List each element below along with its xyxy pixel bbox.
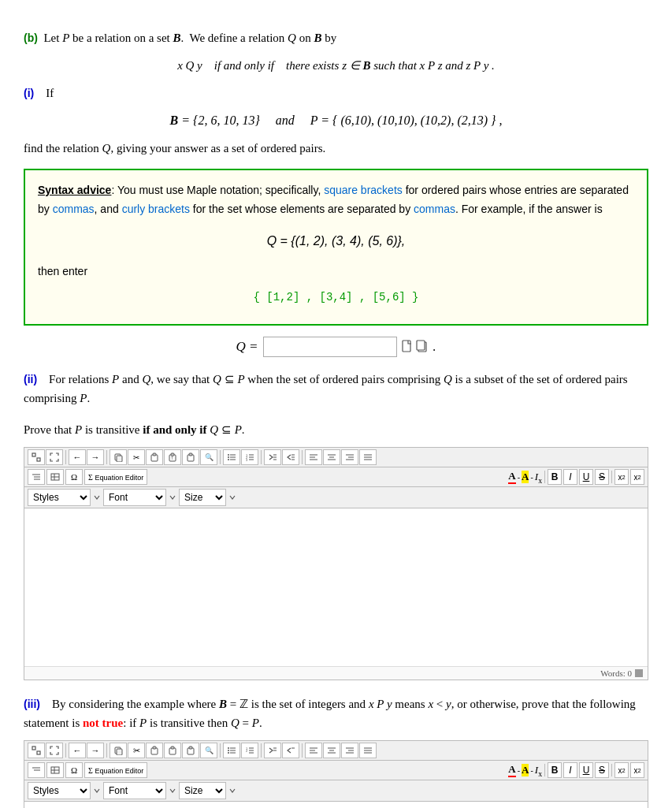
resize-handle-1[interactable] bbox=[635, 669, 643, 677]
indent-add-btn[interactable] bbox=[264, 449, 281, 465]
sep4 bbox=[261, 450, 262, 464]
editor2-search-btn[interactable]: 🔍 bbox=[200, 743, 217, 758]
file-icon bbox=[402, 340, 414, 354]
editor2-subscript-btn[interactable]: x2 bbox=[614, 762, 629, 778]
svg-rect-57 bbox=[171, 747, 174, 749]
align-r-btn[interactable] bbox=[341, 449, 358, 465]
svg-point-65 bbox=[228, 752, 229, 754]
align-j-btn[interactable] bbox=[359, 449, 377, 465]
italic-btn[interactable]: I bbox=[563, 469, 577, 485]
editor2-list2-btn[interactable]: 12 bbox=[241, 743, 258, 758]
fullscreen-btn[interactable] bbox=[46, 449, 63, 465]
svg-text:3: 3 bbox=[246, 458, 248, 461]
paste2-btn[interactable]: T bbox=[164, 449, 181, 465]
editor2-undo-btn[interactable]: ← bbox=[69, 743, 86, 758]
underline-btn[interactable]: U bbox=[579, 469, 593, 485]
svg-rect-4 bbox=[37, 458, 40, 461]
undo-btn[interactable]: ← bbox=[69, 449, 86, 465]
e2-sep4 bbox=[261, 743, 262, 758]
clear-format-btn[interactable]: Ix bbox=[535, 471, 542, 485]
table-btn[interactable] bbox=[46, 469, 64, 485]
editor2-strike-btn[interactable]: S bbox=[595, 762, 609, 778]
editor2-list-style-btn[interactable] bbox=[28, 762, 45, 778]
editor2-indent-add-btn[interactable] bbox=[264, 743, 281, 758]
editor2-styles-dropdown[interactable]: Styles bbox=[28, 782, 91, 799]
list-btn1[interactable] bbox=[223, 449, 240, 465]
expand-btn[interactable] bbox=[28, 449, 45, 465]
font-color-dash: - bbox=[518, 473, 520, 482]
editor2-cut-btn[interactable]: ✂ bbox=[128, 743, 145, 758]
syntax-text-5: . For example, if the answer is bbox=[455, 203, 603, 215]
editor2-equation-btn[interactable]: Σ Equation Editor bbox=[84, 762, 147, 778]
strike-btn[interactable]: S bbox=[595, 469, 609, 485]
align-c-btn[interactable] bbox=[323, 449, 340, 465]
format-buttons-group: A - A - Ix B I U S x2 x2 bbox=[508, 469, 644, 485]
fmt-sep2 bbox=[611, 471, 612, 483]
bold-btn[interactable]: B bbox=[548, 469, 562, 485]
editor-2-toolbar-row2: Ω Σ Equation Editor A - A - Ix B I U S x… bbox=[24, 761, 648, 780]
editor2-underline-btn[interactable]: U bbox=[579, 762, 593, 778]
editor2-clear-format[interactable]: Ix bbox=[535, 764, 542, 778]
editor2-italic-btn[interactable]: I bbox=[563, 762, 577, 778]
find-relation-text: find the relation Q, giving your answer … bbox=[24, 139, 648, 158]
maple-code-example: { [1,2] , [3,4] , [5,6] } bbox=[38, 288, 634, 307]
editor2-font-dropdown[interactable]: Font bbox=[103, 782, 166, 799]
words-count-1: Words: 0 bbox=[600, 668, 632, 678]
editor2-align-c-btn[interactable] bbox=[323, 743, 340, 758]
font-dropdown[interactable]: Font bbox=[103, 489, 166, 506]
paste3-btn[interactable] bbox=[182, 449, 199, 465]
editor2-bold-btn[interactable]: B bbox=[548, 762, 562, 778]
editor2-paste3-btn[interactable] bbox=[182, 743, 199, 758]
e2-fmt-sep2 bbox=[611, 764, 612, 776]
indent-rem-btn[interactable] bbox=[282, 449, 299, 465]
subscript-btn[interactable]: x2 bbox=[614, 469, 629, 485]
b-p-formula: B = {2, 6, 10, 13} and P = { (6,10), (10… bbox=[24, 114, 648, 128]
list-btn2[interactable]: 123 bbox=[241, 449, 258, 465]
editor2-font-color-a: A bbox=[508, 763, 515, 777]
syntax-text-4: for the set whose elements are separated… bbox=[190, 203, 414, 215]
editor2-indent-rem-btn[interactable] bbox=[282, 743, 299, 758]
part-ii-text: (ii) For relations P and Q, we say that … bbox=[24, 370, 648, 408]
editor2-redo-btn[interactable]: → bbox=[87, 743, 104, 758]
equation-editor-btn[interactable]: Σ Equation Editor bbox=[84, 469, 147, 485]
redo-btn[interactable]: → bbox=[87, 449, 104, 465]
editor-1-body[interactable] bbox=[24, 508, 648, 666]
maple-code-value: { [1,2] , [3,4] , [5,6] } bbox=[253, 291, 418, 303]
omega-btn[interactable]: Ω bbox=[65, 469, 83, 485]
editor2-table-btn[interactable] bbox=[46, 762, 64, 778]
svg-text:T: T bbox=[171, 456, 173, 460]
styles-dropdown[interactable]: Styles bbox=[28, 489, 91, 506]
fmt-sep1 bbox=[544, 471, 545, 483]
period-text: . bbox=[433, 340, 436, 354]
editor-2-body[interactable] bbox=[24, 802, 648, 808]
svg-rect-8 bbox=[153, 453, 156, 456]
superscript-btn[interactable]: x2 bbox=[630, 469, 644, 485]
editor2-copy-btn[interactable] bbox=[110, 743, 127, 758]
editor2-fullscreen-btn[interactable] bbox=[46, 743, 63, 758]
part-ii-section: (ii) For relations P and Q, we say that … bbox=[24, 370, 648, 439]
editor2-expand-btn[interactable] bbox=[28, 743, 45, 758]
editor2-superscript-btn[interactable]: x2 bbox=[630, 762, 644, 778]
editor2-align-l-btn[interactable] bbox=[305, 743, 322, 758]
part-iii-text: (iii) By considering the example where B… bbox=[24, 694, 648, 732]
copy-btn[interactable] bbox=[110, 449, 127, 465]
q-input-row: Q = . bbox=[24, 337, 648, 357]
editor2-paste2-btn[interactable] bbox=[164, 743, 181, 758]
svg-text:2: 2 bbox=[246, 749, 248, 753]
search-btn[interactable]: 🔍 bbox=[200, 449, 217, 465]
editor2-omega-btn[interactable]: Ω bbox=[65, 762, 83, 778]
editor2-paste1-btn[interactable] bbox=[146, 743, 163, 758]
align-l-btn[interactable] bbox=[305, 449, 322, 465]
cut-btn[interactable]: ✂ bbox=[128, 449, 145, 465]
size-dropdown[interactable]: Size bbox=[179, 489, 226, 506]
editor2-align-j-btn[interactable] bbox=[359, 743, 377, 758]
editor2-size-dropdown[interactable]: Size bbox=[179, 782, 226, 799]
editor2-equation-label: Equation Editor bbox=[95, 767, 144, 775]
part-ii-label: (ii) bbox=[24, 373, 37, 385]
editor2-list1-btn[interactable] bbox=[223, 743, 240, 758]
q-answer-input[interactable] bbox=[263, 337, 397, 357]
editor2-align-r-btn[interactable] bbox=[341, 743, 358, 758]
editor-1-footer: Words: 0 bbox=[24, 666, 648, 680]
list-style-btn[interactable] bbox=[28, 469, 45, 485]
paste1-btn[interactable] bbox=[146, 449, 163, 465]
